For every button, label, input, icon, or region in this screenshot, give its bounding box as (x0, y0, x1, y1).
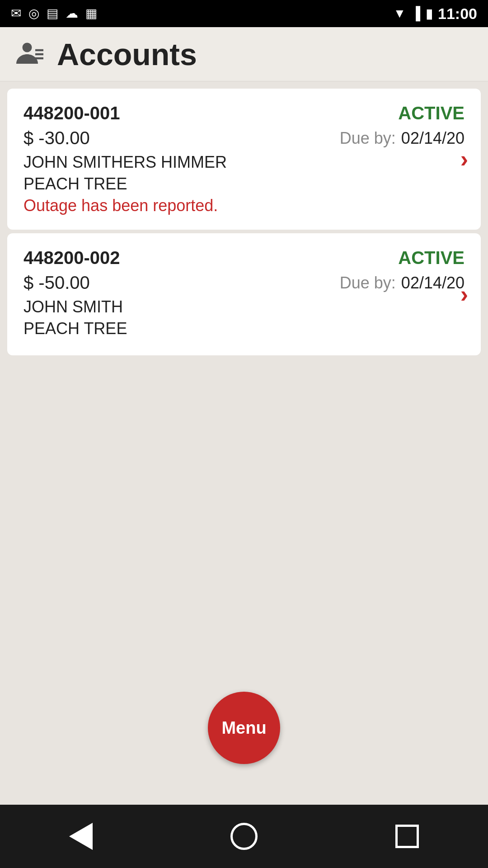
card-2-top-row: 448200-002 ACTIVE (23, 248, 465, 268)
page-title: Accounts (57, 37, 197, 72)
account-location-2: PEACH TREE (23, 319, 465, 338)
account-amount-1: $ -30.00 (23, 128, 90, 148)
account-card-1[interactable]: 448200-001 ACTIVE $ -30.00 Due by: 02/14… (7, 89, 481, 230)
account-status-2: ACTIVE (398, 248, 465, 268)
account-name-1: JOHN SMITHERS HIMMER (23, 153, 465, 172)
sim-icon: ▤ (47, 7, 58, 20)
account-status-1: ACTIVE (398, 103, 465, 123)
card-1-top-row: 448200-001 ACTIVE (23, 103, 465, 123)
battery-icon: ▮ (426, 6, 432, 21)
page-header: Accounts (0, 27, 488, 81)
card-1-due-container: Due by: 02/14/20 (340, 129, 465, 148)
menu-button[interactable]: Menu (208, 692, 280, 764)
account-number-1: 448200-001 (23, 103, 120, 123)
chevron-right-icon-1: › (460, 146, 468, 173)
home-button[interactable] (230, 823, 258, 850)
calendar-icon: ▦ (85, 7, 97, 20)
chevron-right-icon-2: › (460, 281, 468, 308)
due-date-2: 02/14/20 (401, 274, 465, 292)
account-alert-1: Outage has been reported. (23, 196, 465, 215)
card-1-amount-due-row: $ -30.00 Due by: 02/14/20 (23, 128, 465, 148)
header-icon (14, 38, 46, 71)
home-icon (230, 823, 258, 850)
svg-point-0 (23, 42, 32, 52)
status-time: 11:00 (438, 5, 477, 23)
accounts-list: 448200-001 ACTIVE $ -30.00 Due by: 02/14… (0, 81, 488, 363)
account-number-2: 448200-002 (23, 248, 120, 268)
account-location-1: PEACH TREE (23, 175, 465, 193)
status-bar-right: ▼ ▐ ▮ 11:00 (393, 5, 477, 23)
account-card-2[interactable]: 448200-002 ACTIVE $ -50.00 Due by: 02/14… (7, 233, 481, 355)
due-label-2: Due by: (340, 274, 396, 292)
gmail-icon: ✉ (11, 7, 21, 20)
card-2-amount-due-row: $ -50.00 Due by: 02/14/20 (23, 273, 465, 293)
menu-button-label: Menu (221, 718, 266, 738)
signal-icon: ▐ (411, 6, 420, 21)
account-name-2: JOHN SMITH (23, 297, 465, 316)
recents-button[interactable] (395, 825, 419, 848)
status-bar: ✉ ◎ ▤ ☁ ▦ ▼ ▐ ▮ 11:00 (0, 0, 488, 27)
target-icon: ◎ (28, 7, 39, 20)
account-amount-2: $ -50.00 (23, 273, 90, 293)
card-2-due-container: Due by: 02/14/20 (340, 274, 465, 292)
back-icon (69, 823, 93, 850)
bottom-nav-bar (0, 805, 488, 868)
status-bar-left: ✉ ◎ ▤ ☁ ▦ (11, 7, 97, 20)
recents-icon (395, 825, 419, 848)
due-date-1: 02/14/20 (401, 129, 465, 148)
back-button[interactable] (69, 823, 93, 850)
accounts-icon (14, 38, 46, 71)
wifi-icon: ▼ (393, 6, 406, 21)
due-label-1: Due by: (340, 129, 396, 148)
cloud-icon: ☁ (66, 7, 78, 20)
